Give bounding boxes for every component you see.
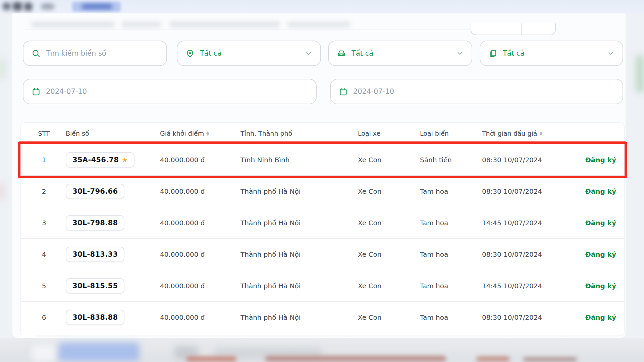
city-cell: Thành phố Hà Nội (235, 250, 353, 258)
register-link[interactable]: Đăng ký (585, 156, 616, 164)
date-to-value: 2024-07-10 (353, 87, 394, 96)
blurred-tab-label (41, 4, 54, 9)
sort-icon[interactable]: ▲▼ (539, 131, 542, 136)
column-header-vehicle: Loại xe (353, 130, 415, 137)
blurred-browser-topbar (0, 0, 644, 13)
plate-badge[interactable]: 30L-813.33 (66, 247, 124, 262)
date-from-value: 2024-07-10 (46, 87, 87, 96)
plate-number: 30L-815.55 (72, 282, 118, 290)
blurred-active-tab-label (82, 4, 112, 9)
plate-cell: 30L-798.88 (59, 215, 155, 231)
table-row: 4 30L-813.33 40.000.000 đ Thành phố Hà N… (21, 239, 624, 270)
auction-table: STT Biển số Giá khởi điểm ▲▼ Tỉnh, Thành… (20, 122, 625, 336)
star-icon: ★ (122, 156, 127, 164)
plate-cell: 30L-838.88 (59, 310, 155, 325)
time-cell: 08:30 10/07/2024 (477, 313, 572, 321)
plate-number: 35A-456.78 (72, 156, 119, 164)
column-header-price: Giá khởi điểm ▲▼ (155, 130, 235, 137)
plate-type-cell: Tam hoa (415, 282, 477, 290)
row-index: 1 (29, 156, 59, 164)
register-link[interactable]: Đăng ký (585, 282, 616, 290)
dropdown-value: Tất cả (200, 49, 222, 57)
plate-type-cell: Tam hoa (415, 219, 477, 227)
sort-icon[interactable]: ▲▼ (206, 131, 209, 136)
blurred-bottom-strip (0, 338, 644, 362)
plate-cell: 30L-815.55 (59, 278, 155, 294)
search-icon (32, 49, 41, 58)
search-input[interactable]: Tìm kiếm biển số (23, 41, 167, 66)
vehicle-cell: Xe Con (353, 156, 415, 164)
blurred-heading-text (287, 21, 351, 27)
plate-badge[interactable]: 30L-838.88 (66, 310, 124, 325)
plate-type-cell: Tam hoa (415, 187, 477, 195)
price-cell: 40.000.000 đ (155, 313, 235, 321)
time-cell: 08:30 10/07/2024 (477, 250, 572, 258)
time-cell: 08:30 10/07/2024 (477, 187, 572, 195)
price-cell: 40.000.000 đ (155, 219, 235, 227)
search-placeholder: Tìm kiếm biển số (46, 49, 106, 57)
blurred-bottom-content (476, 357, 510, 361)
plate-number: 30L-796.66 (72, 187, 118, 195)
city-cell: Thành phố Hà Nội (235, 187, 353, 195)
price-cell: 40.000.000 đ (155, 187, 235, 195)
plate-badge[interactable]: 35A-456.78 ★ (66, 152, 135, 168)
register-link[interactable]: Đăng ký (585, 219, 616, 227)
table-row: 2 30L-796.66 40.000.000 đ Thành phố Hà N… (21, 176, 624, 207)
chevron-down-icon (607, 50, 614, 57)
city-cell: Thành phố Hà Nội (235, 219, 353, 227)
divider (25, 29, 470, 30)
partial-cropped-control (471, 23, 556, 35)
column-header-plate: Biển số (59, 130, 155, 137)
table-header-row: STT Biển số Giá khởi điểm ▲▼ Tỉnh, Thành… (21, 123, 624, 144)
plate-type-dropdown[interactable]: Tất cả (480, 41, 623, 66)
row-index: 5 (29, 282, 59, 290)
city-cell: Thành phố Hà Nội (235, 282, 353, 290)
chevron-down-icon (305, 50, 312, 57)
register-link[interactable]: Đăng ký (585, 250, 616, 258)
blurred-bottom-button[interactable] (59, 343, 139, 361)
table-row: 3 30L-798.88 40.000.000 đ Thành phố Hà N… (21, 207, 624, 239)
time-cell: 14:45 10/07/2024 (477, 219, 572, 227)
dropdown-value: Tất cả (503, 49, 525, 57)
vehicle-type-dropdown[interactable]: Tất cả (328, 41, 472, 66)
column-header-city: Tỉnh, Thành phố (235, 130, 353, 137)
time-cell: 08:30 10/07/2024 (477, 156, 572, 164)
calendar-icon (32, 87, 41, 96)
register-link[interactable]: Đăng ký (585, 313, 616, 321)
vehicle-cell: Xe Con (353, 282, 415, 290)
dropdown-value: Tất cả (352, 49, 373, 57)
price-cell: 40.000.000 đ (155, 282, 235, 290)
row-index: 4 (29, 250, 59, 258)
blurred-window-icon (3, 3, 11, 10)
price-cell: 40.000.000 đ (155, 250, 235, 258)
table-row: 6 30L-838.88 40.000.000 đ Thành phố Hà N… (21, 302, 624, 333)
time-cell: 14:45 10/07/2024 (477, 282, 572, 290)
plate-cell: 35A-456.78 ★ (59, 152, 155, 168)
blurred-heading-text (169, 21, 280, 27)
plate-badge[interactable]: 30L-798.88 (66, 215, 124, 231)
map-pin-icon (185, 49, 195, 58)
register-link[interactable]: Đăng ký (585, 187, 616, 195)
calendar-icon (339, 87, 348, 96)
date-to-input[interactable]: 2024-07-10 (330, 79, 623, 104)
column-header-plate-type: Loại biển (415, 130, 477, 137)
province-dropdown[interactable]: Tất cả (177, 41, 321, 66)
blurred-edge-decoration (636, 55, 644, 92)
column-header-time: Thời gian đấu giá ▲▼ (477, 130, 572, 137)
vehicle-cell: Xe Con (353, 313, 415, 321)
plate-number: 30L-798.88 (72, 219, 118, 227)
plate-type-cell: Tam hoa (415, 250, 477, 258)
plate-number: 30L-838.88 (72, 313, 118, 321)
plate-type-cell: Sảnh tiến (415, 156, 477, 164)
blurred-bottom-content (265, 356, 446, 361)
city-cell: Tỉnh Ninh Bình (235, 156, 353, 164)
plate-badge[interactable]: 30L-815.55 (66, 278, 124, 294)
vehicle-cell: Xe Con (353, 187, 415, 195)
date-from-input[interactable]: 2024-07-10 (23, 79, 317, 104)
plate-type-cell: Tam hoa (415, 313, 477, 321)
plate-cell: 30L-813.33 (59, 247, 155, 262)
blurred-breadcrumb-text (31, 21, 115, 27)
column-header-stt: STT (29, 130, 59, 137)
plate-badge[interactable]: 30L-796.66 (66, 184, 124, 199)
blurred-edge-decoration (0, 183, 3, 199)
